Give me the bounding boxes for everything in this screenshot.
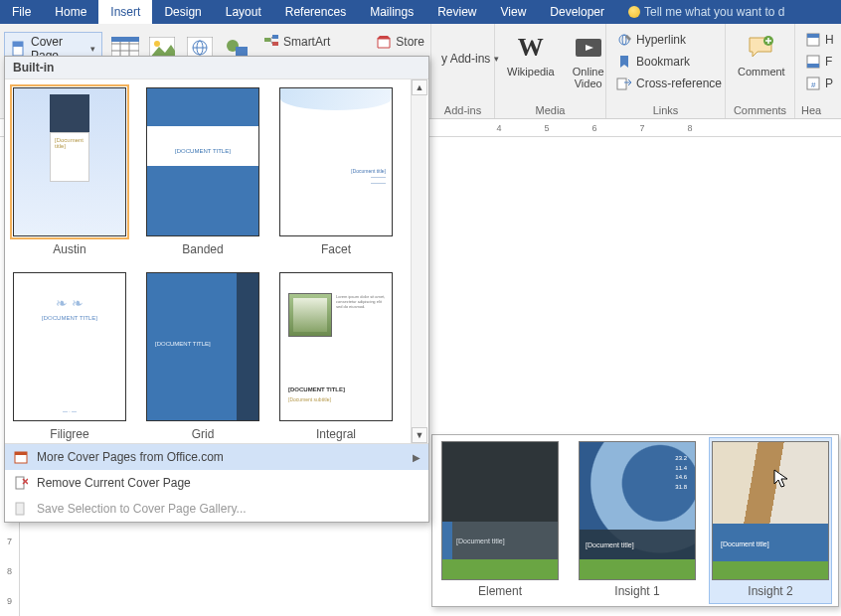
tab-insert[interactable]: Insert <box>98 0 152 24</box>
gallery-item-filigree[interactable]: ❧ ❧[DOCUMENT TITLE]— · — Filigree <box>13 272 126 441</box>
svg-line-20 <box>270 40 272 44</box>
tab-design[interactable]: Design <box>152 0 213 24</box>
svg-rect-17 <box>272 35 278 39</box>
cross-reference-icon <box>616 76 632 91</box>
tell-me-search[interactable]: Tell me what you want to d <box>616 0 784 24</box>
svg-rect-36 <box>15 452 27 455</box>
hyperlink-button[interactable]: Hyperlink <box>612 30 690 50</box>
tab-references[interactable]: References <box>273 0 358 24</box>
tab-layout[interactable]: Layout <box>214 0 273 24</box>
more-cover-pages-label: More Cover Pages from Office.com <box>37 450 224 464</box>
tell-me-label: Tell me what you want to d <box>644 5 784 19</box>
gallery-item-label: Grid <box>192 421 215 441</box>
online-video-button[interactable]: Online Video <box>567 30 610 91</box>
cover-page-gallery: Built-in [Document title] Austin [DOCUME… <box>4 56 429 523</box>
links-group-label: Links <box>612 102 719 118</box>
wikipedia-button[interactable]: W Wikipedia <box>501 30 561 79</box>
media-group-label: Media <box>501 102 599 118</box>
office-icon <box>13 449 29 465</box>
svg-rect-40 <box>16 503 24 515</box>
svg-point-9 <box>154 41 160 47</box>
lightbulb-icon <box>628 6 640 18</box>
my-addins-button[interactable]: y Add-ins ▾ <box>437 50 503 68</box>
svg-rect-32 <box>807 64 819 68</box>
gallery-item-integral[interactable]: Lorem ipsum dolor sit amet, consectetur … <box>279 272 393 441</box>
smartart-icon <box>263 34 279 50</box>
cover-page-icon <box>11 41 27 57</box>
hyperlink-icon <box>616 32 632 48</box>
wikipedia-icon: W <box>515 32 547 64</box>
header-icon <box>805 32 821 48</box>
store-icon <box>376 34 392 50</box>
gallery-section-header: Built-in <box>5 57 428 79</box>
cross-reference-button[interactable]: Cross-reference <box>612 74 726 93</box>
office-com-cover-pages-flyout: [Document title] Element 23.211.414.631.… <box>431 434 839 607</box>
svg-point-24 <box>622 35 626 45</box>
save-selection-label: Save Selection to Cover Page Gallery... <box>37 502 247 516</box>
gallery-item-austin[interactable]: [Document title] Austin <box>13 87 126 256</box>
save-selection-menu: Save Selection to Cover Page Gallery... <box>5 496 428 522</box>
online-video-icon <box>573 32 604 64</box>
gallery-item-insight-1[interactable]: 23.211.414.631.8[Document title] Insight… <box>576 441 699 600</box>
svg-rect-25 <box>617 78 626 89</box>
tab-view[interactable]: View <box>489 0 539 24</box>
gallery-scrollbar[interactable]: ▲ ▼ <box>411 79 426 443</box>
tab-review[interactable]: Review <box>425 0 488 24</box>
scroll-up-icon[interactable]: ▲ <box>412 79 427 95</box>
wikipedia-label: Wikipedia <box>507 66 555 77</box>
gallery-item-label: Filigree <box>50 421 88 441</box>
smartart-label: SmartArt <box>283 35 330 49</box>
svg-rect-30 <box>807 34 819 38</box>
remove-page-icon <box>13 475 29 491</box>
gallery-item-insight-2[interactable]: [Document title] Insight 2 <box>709 437 832 604</box>
submenu-arrow-icon: ▶ <box>413 452 420 463</box>
header-button[interactable]: H <box>801 30 838 50</box>
gallery-item-label: Integral <box>316 421 356 441</box>
svg-rect-7 <box>111 37 139 42</box>
gallery-item-facet[interactable]: [Document title]—————— Facet <box>279 87 393 256</box>
svg-text:#: # <box>811 80 816 89</box>
gallery-item-element[interactable]: [Document title] Element <box>438 441 562 600</box>
scroll-down-icon[interactable]: ▼ <box>412 427 427 443</box>
gallery-item-grid[interactable]: [DOCUMENT TITLE] Grid <box>146 272 259 441</box>
gallery-item-label: Insight 1 <box>614 580 659 598</box>
gallery-item-label: Austin <box>53 236 85 256</box>
store-label: Store <box>396 35 424 49</box>
tab-home[interactable]: Home <box>43 0 98 24</box>
save-gallery-icon <box>13 501 29 517</box>
page-number-button[interactable]: #P <box>801 74 837 93</box>
online-video-label: Online Video <box>573 66 604 89</box>
gallery-item-label: Facet <box>321 236 351 256</box>
svg-line-19 <box>270 37 272 40</box>
footer-icon <box>805 54 821 70</box>
more-cover-pages-menu[interactable]: More Cover Pages from Office.com ▶ <box>5 444 428 470</box>
hyperlink-label: Hyperlink <box>636 33 686 47</box>
comment-icon <box>746 32 777 64</box>
gallery-item-banded[interactable]: [DOCUMENT TITLE] Banded <box>146 87 259 256</box>
ribbon-tab-strip: File Home Insert Design Layout Reference… <box>0 0 841 24</box>
tab-developer[interactable]: Developer <box>538 0 616 24</box>
remove-cover-page-label: Remove Current Cover Page <box>37 476 191 490</box>
tab-mailings[interactable]: Mailings <box>358 0 425 24</box>
footer-button[interactable]: F <box>801 52 836 72</box>
gallery-footer: More Cover Pages from Office.com ▶ Remov… <box>5 443 428 522</box>
remove-cover-page-menu[interactable]: Remove Current Cover Page <box>5 470 428 496</box>
bookmark-label: Bookmark <box>636 55 690 69</box>
gallery-item-label: Insight 2 <box>748 580 792 598</box>
bookmark-button[interactable]: Bookmark <box>612 52 694 72</box>
addins-group-label: Add-ins <box>437 102 488 118</box>
comment-button[interactable]: Comment <box>732 30 791 79</box>
svg-rect-16 <box>264 38 270 42</box>
comments-group-label: Comments <box>732 102 788 118</box>
page-number-icon: # <box>805 76 821 91</box>
comment-label: Comment <box>738 66 785 77</box>
svg-rect-37 <box>16 477 24 489</box>
gallery-item-label: Banded <box>182 236 223 256</box>
mouse-cursor-icon <box>773 469 789 489</box>
bookmark-icon <box>616 54 632 70</box>
my-addins-label: y Add-ins <box>441 52 490 66</box>
cross-reference-label: Cross-reference <box>636 77 722 90</box>
store-button[interactable]: Store <box>372 32 428 52</box>
smartart-button[interactable]: SmartArt <box>259 32 334 52</box>
tab-file[interactable]: File <box>0 0 43 24</box>
